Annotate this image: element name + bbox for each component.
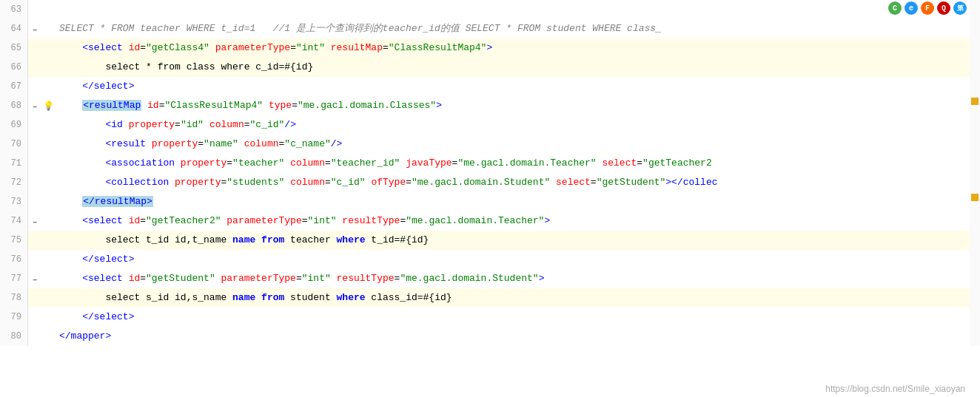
right-mark [971, 194, 979, 201]
line-number: 79 [0, 308, 28, 327]
fold-gutter [28, 38, 41, 58]
line-number: 66 [0, 58, 28, 77]
warning-gutter [41, 0, 55, 19]
code-content: <association property="teacher" column="… [55, 154, 970, 173]
code-line: 63 [0, 0, 980, 19]
fold-gutter [28, 192, 41, 211]
warning-gutter [41, 154, 55, 173]
fold-gutter [28, 308, 41, 327]
code-content: select s_id id,s_name name from student … [55, 288, 970, 308]
line-number: 76 [0, 250, 28, 269]
warning-gutter [41, 135, 55, 154]
line-number: 74 [0, 211, 28, 231]
code-line: 75 select t_id id,t_name name from teach… [0, 231, 980, 250]
warning-gutter [41, 288, 55, 308]
code-line: 71 <association property="teacher" colum… [0, 154, 980, 173]
fold-gutter [28, 115, 41, 135]
right-gutter [970, 154, 980, 173]
right-gutter [970, 288, 980, 308]
fold-gutter[interactable]: − [28, 19, 41, 38]
line-number: 63 [0, 0, 28, 19]
code-content: </select> [55, 77, 970, 96]
right-gutter [970, 231, 980, 250]
line-number: 77 [0, 269, 28, 288]
fold-gutter [28, 250, 41, 269]
code-line: 65 <select id="getClass4" parameterType=… [0, 38, 980, 58]
right-gutter [970, 19, 980, 38]
code-line: 80</mapper> [0, 327, 980, 346]
code-content: </mapper> [55, 327, 970, 346]
line-number: 75 [0, 231, 28, 250]
warning-gutter [41, 269, 55, 288]
code-content: select * from class where c_id=#{id} [55, 58, 970, 77]
fold-gutter[interactable]: − [28, 211, 41, 231]
right-gutter [970, 0, 980, 19]
line-number: 71 [0, 154, 28, 173]
code-content: <collection property="students" column="… [55, 173, 970, 192]
code-line: 69 <id property="id" column="c_id"/> [0, 115, 980, 135]
warning-gutter [41, 115, 55, 135]
code-editor: 6364−SELECT * FROM teacher WHERE t_id=1 … [0, 0, 980, 397]
line-number: 70 [0, 135, 28, 154]
right-gutter [970, 211, 980, 231]
code-line: 70 <result property="name" column="c_nam… [0, 135, 980, 154]
warning-gutter [41, 327, 55, 346]
fold-minus-icon[interactable]: − [33, 276, 37, 285]
code-content: </resultMap> [55, 192, 970, 211]
fold-gutter [28, 173, 41, 192]
fold-gutter [28, 0, 41, 19]
code-content: </select> [55, 308, 970, 327]
code-content: <id property="id" column="c_id"/> [55, 115, 970, 135]
fold-minus-icon[interactable]: − [33, 104, 37, 112]
fold-gutter[interactable]: − [28, 96, 41, 115]
right-gutter [970, 269, 980, 288]
code-content: <resultMap id="ClassResultMap4" type="me… [55, 96, 970, 115]
code-line: 79 </select> [0, 308, 980, 327]
code-content: SELECT * FROM teacher WHERE t_id=1 //1 是… [55, 19, 970, 38]
warning-gutter [41, 308, 55, 327]
code-content: <result property="name" column="c_name"/… [55, 135, 970, 154]
fold-minus-icon[interactable]: − [33, 219, 37, 227]
line-number: 67 [0, 77, 28, 96]
editor-container: C e F Q 第 6364−SELECT * FROM teacher WHE… [0, 0, 980, 397]
fold-gutter [28, 231, 41, 250]
right-mark [971, 98, 979, 105]
warning-gutter [41, 173, 55, 192]
right-gutter [970, 135, 980, 154]
fold-minus-icon[interactable]: − [33, 27, 37, 35]
warning-gutter [41, 250, 55, 269]
right-gutter [970, 96, 980, 115]
right-gutter [970, 58, 980, 77]
code-line: 74− <select id="getTeacher2" parameterTy… [0, 211, 980, 231]
code-line: 66 select * from class where c_id=#{id} [0, 58, 980, 77]
code-line: 64−SELECT * FROM teacher WHERE t_id=1 //… [0, 19, 980, 38]
right-gutter [970, 115, 980, 135]
code-line: 77− <select id="getStudent" parameterTyp… [0, 269, 980, 288]
warning-gutter [41, 211, 55, 231]
url-text: https://blog.csdn.net/Smile_xiaoyan [825, 384, 965, 394]
code-content: <select id="getClass4" parameterType="in… [55, 38, 970, 58]
code-content: </select> [55, 250, 970, 269]
line-number: 72 [0, 173, 28, 192]
right-gutter [970, 77, 980, 96]
line-number: 80 [0, 327, 28, 346]
code-content: select t_id id,t_name name from teacher … [55, 231, 970, 250]
fold-gutter [28, 154, 41, 173]
code-line: 76 </select> [0, 250, 980, 269]
code-line: 72 <collection property="students" colum… [0, 173, 980, 192]
fold-gutter [28, 77, 41, 96]
fold-gutter [28, 288, 41, 308]
fold-gutter [28, 327, 41, 346]
line-number: 73 [0, 192, 28, 211]
warning-gutter [41, 192, 55, 211]
line-number: 78 [0, 288, 28, 308]
line-number: 69 [0, 115, 28, 135]
fold-gutter [28, 58, 41, 77]
right-gutter [970, 173, 980, 192]
code-line: 68−💡 <resultMap id="ClassResultMap4" typ… [0, 96, 980, 115]
fold-gutter[interactable]: − [28, 269, 41, 288]
code-content [55, 0, 970, 19]
right-gutter [970, 327, 980, 346]
code-line: 73 </resultMap> [0, 192, 980, 211]
fold-gutter [28, 135, 41, 154]
